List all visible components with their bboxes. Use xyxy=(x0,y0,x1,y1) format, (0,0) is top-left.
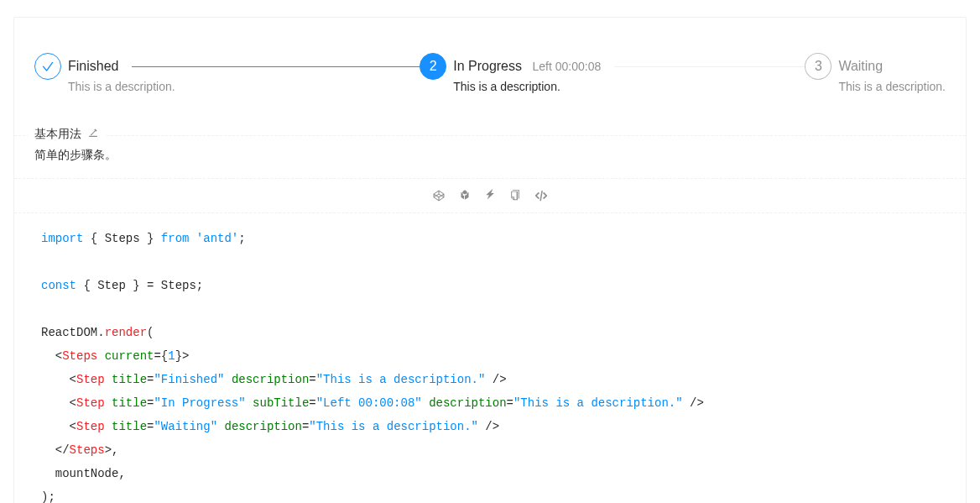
steps-demo: Finished This is a description. 2 In Pro… xyxy=(14,18,966,135)
edit-icon[interactable] xyxy=(88,128,98,140)
step-description: This is a description. xyxy=(68,80,175,93)
demo-card: Finished This is a description. 2 In Pro… xyxy=(13,17,967,503)
step-title-text: In Progress xyxy=(453,59,522,73)
step-in-progress: 2 In Progress Left 00:00:08 This is a de… xyxy=(420,53,805,93)
step-description: This is a description. xyxy=(453,80,614,93)
demo-title-text: 基本用法 xyxy=(34,127,81,140)
step-waiting: 3 Waiting This is a description. xyxy=(805,53,946,93)
step-number-icon: 2 xyxy=(420,53,446,80)
demo-description: 简单的步骤条。 xyxy=(34,148,946,163)
demo-title: 基本用法 xyxy=(28,127,105,142)
step-finished: Finished This is a description. xyxy=(34,53,420,93)
codesandbox-icon[interactable] xyxy=(459,189,471,201)
check-icon xyxy=(34,53,61,80)
step-subtitle: Left 00:00:08 xyxy=(532,60,601,73)
steps-container: Finished This is a description. 2 In Pro… xyxy=(34,53,946,93)
step-title: In Progress Left 00:00:08 xyxy=(453,53,614,80)
stackblitz-icon[interactable] xyxy=(484,189,496,201)
codepen-icon[interactable] xyxy=(432,189,446,202)
step-description: This is a description. xyxy=(838,80,946,93)
demo-actions xyxy=(14,178,966,212)
code-block: import { Steps } from 'antd'; const { St… xyxy=(14,212,966,503)
copy-icon[interactable] xyxy=(509,189,521,201)
step-number-icon: 3 xyxy=(805,53,831,80)
demo-meta: 基本用法 简单的步骤条。 xyxy=(14,135,966,178)
step-title: Finished xyxy=(68,53,132,80)
step-title: Waiting xyxy=(838,53,896,80)
code-icon[interactable] xyxy=(534,189,548,202)
